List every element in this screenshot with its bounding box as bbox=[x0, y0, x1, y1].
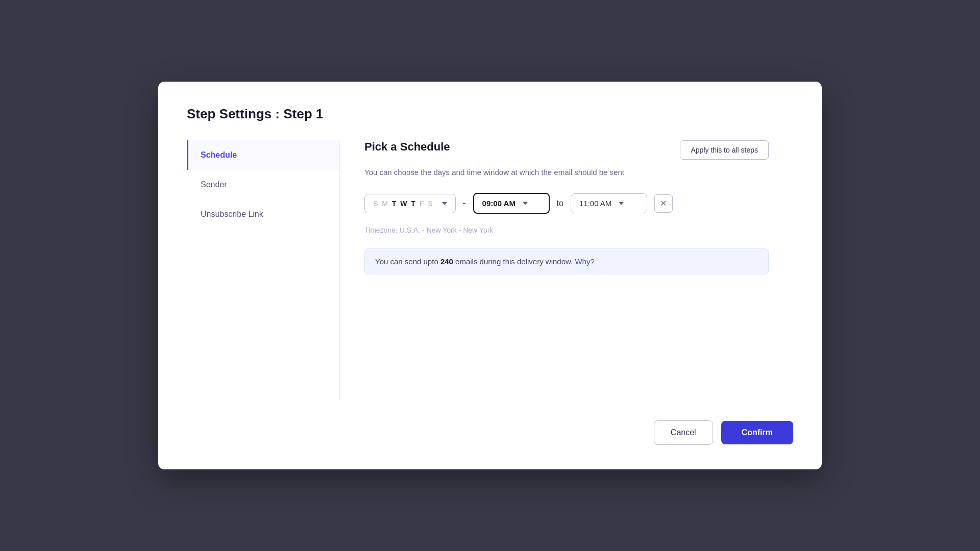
start-time-selector[interactable]: 09:00 AM bbox=[473, 193, 550, 214]
days-chevron-icon bbox=[442, 202, 447, 205]
sidebar-item-sender[interactable]: Sender bbox=[187, 170, 339, 199]
sidebar-item-unsubscribe-link[interactable]: Unsubscribe Link bbox=[187, 199, 339, 229]
cancel-button[interactable]: Cancel bbox=[654, 420, 713, 445]
sidebar-item-schedule[interactable]: Schedule bbox=[187, 140, 339, 170]
confirm-button[interactable]: Confirm bbox=[721, 421, 793, 444]
close-icon: ✕ bbox=[660, 198, 667, 208]
section-title: Pick a Schedule bbox=[364, 140, 450, 154]
modal-footer: Cancel Confirm bbox=[187, 420, 793, 445]
start-time-chevron-icon bbox=[523, 202, 528, 205]
days-selector[interactable]: S M T W T F S bbox=[364, 194, 456, 213]
schedule-content: Pick a Schedule Apply this to all steps … bbox=[340, 140, 793, 400]
step-settings-modal: Step Settings : Step 1 Schedule Sender U… bbox=[158, 82, 822, 469]
sidebar: Schedule Sender Unsubscribe Link bbox=[187, 140, 340, 400]
to-label: to bbox=[557, 199, 564, 208]
schedule-row: S M T W T F S - 09:00 AM to 11:00 AM bbox=[364, 193, 769, 214]
timezone-display: Timezone: U.S.A. - New York - New York bbox=[364, 226, 769, 234]
start-time-value: 09:00 AM bbox=[482, 199, 516, 208]
why-link[interactable]: Why? bbox=[575, 257, 594, 266]
modal-body: Schedule Sender Unsubscribe Link Pick a … bbox=[187, 140, 793, 400]
info-suffix: emails during this delivery window. bbox=[453, 257, 573, 266]
content-header: Pick a Schedule Apply this to all steps bbox=[364, 140, 769, 160]
days-display: S M T W T F S bbox=[373, 199, 434, 208]
apply-all-button[interactable]: Apply this to all steps bbox=[680, 140, 769, 160]
section-description: You can choose the days and time window … bbox=[364, 168, 769, 177]
email-count: 240 bbox=[440, 257, 453, 266]
delivery-info-box: You can send upto 240 emails during this… bbox=[364, 248, 769, 274]
modal-title: Step Settings : Step 1 bbox=[187, 106, 793, 122]
remove-time-range-button[interactable]: ✕ bbox=[654, 194, 673, 213]
time-separator: - bbox=[463, 198, 466, 209]
end-time-selector[interactable]: 11:00 AM bbox=[571, 193, 647, 213]
end-time-value: 11:00 AM bbox=[579, 199, 611, 208]
end-time-chevron-icon bbox=[619, 202, 624, 205]
info-prefix: You can send upto bbox=[375, 257, 440, 266]
